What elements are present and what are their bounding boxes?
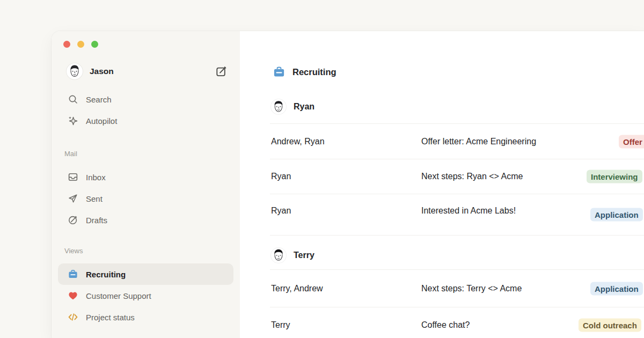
sidebar-item-label: Customer Support [86, 291, 151, 300]
drafts-icon [68, 215, 78, 225]
status-badge: Cold outreach [579, 319, 641, 332]
sidebar-nav: Search Autopilot [52, 89, 240, 131]
email-subject: Coffee chat? [421, 320, 470, 330]
sidebar-item-inbox[interactable]: Inbox [52, 166, 240, 188]
zoom-window-button[interactable] [91, 41, 98, 48]
inbox-icon [68, 172, 78, 182]
email-subject: Next steps: Ryan <> Acme [421, 172, 523, 181]
view-header: Recruiting [240, 63, 644, 80]
sidebar-item-label: Search [86, 95, 112, 104]
email-senders: Andrew, Ryan [271, 137, 421, 146]
window-controls [52, 31, 240, 48]
sidebar-item-label: Recruiting [86, 270, 126, 279]
sparkle-icon [68, 115, 78, 126]
email-subject: Offer letter: Acme Engineering [421, 137, 536, 146]
status-badge: Offer [619, 135, 644, 148]
group-name: Terry [294, 251, 314, 260]
group-header-terry: Terry [240, 236, 644, 269]
group-name: Ryan [294, 102, 314, 112]
search-icon [68, 94, 78, 105]
sidebar-item-label: Inbox [86, 173, 106, 182]
email-senders: Ryan [271, 206, 421, 216]
briefcase-icon [68, 269, 78, 280]
section-label-views: Views [52, 247, 240, 258]
compose-button[interactable] [215, 65, 227, 77]
sidebar-item-project-status[interactable]: Project status [52, 306, 240, 328]
sidebar-item-autopilot[interactable]: Autopilot [52, 110, 240, 131]
email-senders: Terry [271, 320, 421, 330]
group-avatar [271, 248, 286, 263]
sidebar-item-label: Sent [86, 194, 103, 203]
sidebar-item-customer-support[interactable]: Customer Support [52, 285, 240, 306]
sidebar-item-search[interactable]: Search [52, 89, 240, 110]
group-header-ryan: Ryan [240, 98, 644, 115]
status-badge: Application [590, 208, 643, 222]
code-icon [68, 312, 78, 322]
heart-icon [68, 290, 78, 301]
status-badge: Application [590, 282, 643, 295]
minimize-window-button[interactable] [77, 41, 84, 48]
views-section: Recruiting Customer Support Project stat… [52, 263, 240, 328]
send-icon [68, 193, 78, 204]
view-title: Recruiting [292, 67, 336, 77]
group-avatar [271, 99, 286, 114]
status-badge: Interviewing [587, 170, 642, 183]
close-window-button[interactable] [63, 41, 70, 48]
mail-list-pane: Recruiting Ryan Andrew, Ryan Offer lette… [240, 31, 644, 338]
sidebar-item-sent[interactable]: Sent [52, 188, 240, 209]
sidebar-item-label: Drafts [86, 216, 107, 225]
user-avatar [67, 63, 83, 79]
email-subject: Interested in Acme Labs! [421, 206, 516, 216]
sidebar-item-recruiting[interactable]: Recruiting [58, 263, 233, 285]
compose-icon [215, 65, 227, 77]
email-senders: Terry, Andrew [271, 284, 421, 293]
email-row[interactable]: Terry Coffee chat? Cold outreach [240, 307, 644, 338]
user-name: Jason [90, 67, 114, 76]
mail-section: Inbox Sent Drafts [52, 166, 240, 231]
email-row[interactable]: Andrew, Ryan Offer letter: Acme Engineer… [240, 124, 644, 159]
email-senders: Ryan [271, 172, 421, 181]
profile-row[interactable]: Jason [67, 63, 227, 80]
email-row[interactable]: Terry, Andrew Next steps: Terry <> Acme … [240, 270, 644, 307]
email-subject: Next steps: Terry <> Acme [421, 284, 522, 293]
briefcase-icon [273, 65, 286, 78]
email-row[interactable]: Ryan Interested in Acme Labs! Applicatio… [240, 194, 644, 235]
sidebar: Jason Search Autopilot Mail Inbox [52, 31, 240, 338]
sidebar-item-label: Autopilot [86, 116, 117, 126]
section-label-mail: Mail [52, 150, 240, 160]
email-row[interactable]: Ryan Next steps: Ryan <> Acme Interviewi… [240, 159, 644, 194]
sidebar-item-drafts[interactable]: Drafts [52, 209, 240, 231]
app-window: Jason Search Autopilot Mail Inbox [52, 31, 644, 338]
sidebar-item-label: Project status [86, 313, 135, 322]
